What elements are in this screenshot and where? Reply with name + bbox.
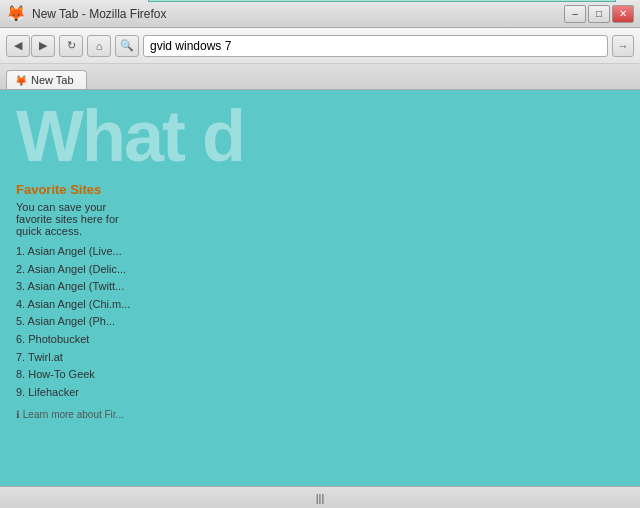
- favorite-sites-heading: Favorite Sites: [16, 182, 624, 197]
- status-bar: |||: [0, 486, 640, 508]
- status-divider: |||: [316, 492, 325, 504]
- list-item[interactable]: 1. Asian Angel (Live...: [16, 243, 624, 261]
- favorite-sites-description: You can save your favorite sites here fo…: [16, 201, 136, 237]
- autocomplete-dropdown: G Windows 7 Review http://www.google.com…: [148, 0, 616, 2]
- list-item[interactable]: 5. Asian Angel (Ph...: [16, 313, 624, 331]
- maximize-button[interactable]: □: [588, 5, 610, 23]
- dropdown-item-search[interactable]: G [Search Google Videos for 'windows 7']…: [149, 0, 615, 1]
- list-item[interactable]: 4. Asian Angel (Chi.m...: [16, 296, 624, 314]
- status-center: |||: [6, 492, 634, 504]
- minimize-button[interactable]: –: [564, 5, 586, 23]
- reload-button[interactable]: ↻: [59, 35, 83, 57]
- window-titlebar: 🦊 New Tab - Mozilla Firefox – □ ✕: [0, 0, 640, 28]
- window-title: New Tab - Mozilla Firefox: [32, 7, 558, 21]
- back-button[interactable]: ◀: [6, 35, 30, 57]
- tab-label: New Tab: [31, 74, 74, 86]
- nav-group: ◀ ▶: [6, 35, 55, 57]
- favorite-sites-list: 1. Asian Angel (Live... 2. Asian Angel (…: [16, 243, 624, 401]
- list-item[interactable]: 9. Lifehacker: [16, 384, 624, 402]
- window-controls: – □ ✕: [564, 5, 634, 23]
- toolbar: ◀ ▶ ↻ ⌂ 🔍 →: [0, 28, 640, 64]
- close-button[interactable]: ✕: [612, 5, 634, 23]
- active-tab[interactable]: 🦊 New Tab: [6, 70, 87, 89]
- forward-button[interactable]: ▶: [31, 35, 55, 57]
- go-button[interactable]: →: [612, 35, 634, 57]
- list-item[interactable]: 8. How-To Geek: [16, 366, 624, 384]
- tab-bar: 🦊 New Tab: [0, 64, 640, 90]
- page-title-large: What d: [16, 100, 624, 172]
- home-button[interactable]: ⌂: [87, 35, 111, 57]
- firefox-icon: 🦊: [6, 4, 26, 23]
- list-item[interactable]: 6. Photobucket: [16, 331, 624, 349]
- tab-icon: 🦊: [15, 75, 27, 86]
- address-bar[interactable]: [143, 35, 608, 57]
- learn-more-link[interactable]: ℹ Learn more about Fir...: [16, 409, 624, 420]
- search-icon-button[interactable]: 🔍: [115, 35, 139, 57]
- page-content: What d Favorite Sites You can save your …: [0, 90, 640, 486]
- list-item[interactable]: 7. Twirl.at: [16, 349, 624, 367]
- list-item[interactable]: 3. Asian Angel (Twitt...: [16, 278, 624, 296]
- list-item[interactable]: 2. Asian Angel (Delic...: [16, 261, 624, 279]
- info-icon: ℹ: [16, 409, 20, 420]
